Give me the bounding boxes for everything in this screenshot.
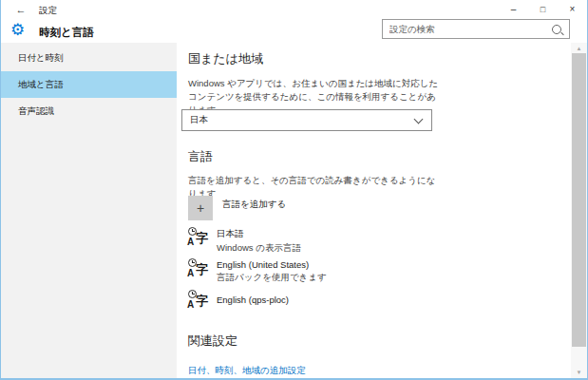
page-title: 時刻と言語 [39,26,94,40]
scroll-up-icon[interactable]: ▲ [571,44,587,53]
scrollbar-thumb[interactable] [572,53,586,347]
language-icon: A 字 [187,258,208,279]
language-heading: 言語 [188,148,213,165]
window-title: 設定 [39,5,57,17]
add-language-label[interactable]: 言語を追加する [222,199,286,211]
language-description: 言語を追加すると、その言語での読み書きができるようになります [188,174,439,200]
country-dropdown[interactable]: 日本 [181,109,432,131]
sidebar: 日付と時刻 地域と言語 音声認識 [1,43,177,378]
search-box [382,19,570,39]
back-icon[interactable]: ← [9,0,33,19]
plus-icon: + [197,200,204,216]
scroll-down-icon[interactable]: ▼ [571,368,587,377]
minimize-button[interactable]: – [499,0,528,19]
language-name: English (United States) [217,259,327,270]
language-item-japanese[interactable]: A 字 日本語 Windows の表示言語 [187,227,301,255]
close-button[interactable]: × [558,0,587,19]
search-input[interactable] [383,24,552,34]
sidebar-item-date-time[interactable]: 日付と時刻 [1,45,177,71]
related-heading: 関連設定 [188,332,237,350]
add-language-button[interactable]: + [188,196,213,220]
sidebar-item-speech[interactable]: 音声認識 [1,98,177,124]
language-icon: A 字 [187,227,208,248]
scrollbar-track[interactable]: ▲ ▼ [571,43,587,378]
region-heading: 国または地域 [188,50,263,67]
chevron-down-icon [414,114,424,124]
sidebar-item-region-language[interactable]: 地域と言語 [1,71,177,98]
language-name: English (qps-ploc) [217,294,289,305]
language-status: Windows の表示言語 [217,242,301,255]
language-item-english-us[interactable]: A 字 English (United States) 言語パックを使用できます [187,258,327,284]
maximize-button[interactable]: □ [528,0,558,19]
settings-window: ← 設定 – □ × ⚙ 時刻と言語 日付と時刻 地域と言語 音声認識 国または… [0,0,588,380]
gear-icon: ⚙ [10,22,25,38]
language-item-qps-ploc[interactable]: A 字 English (qps-ploc) [187,290,289,311]
search-icon [552,25,561,34]
language-status: 言語パックを使用できます [217,272,327,284]
related-settings-link[interactable]: 日付、時刻、地域の追加設定 [188,365,306,377]
window-controls: – □ × [499,0,587,19]
language-name: 日本語 [217,228,301,240]
country-dropdown-value: 日本 [190,114,208,126]
language-icon: A 字 [187,290,208,311]
